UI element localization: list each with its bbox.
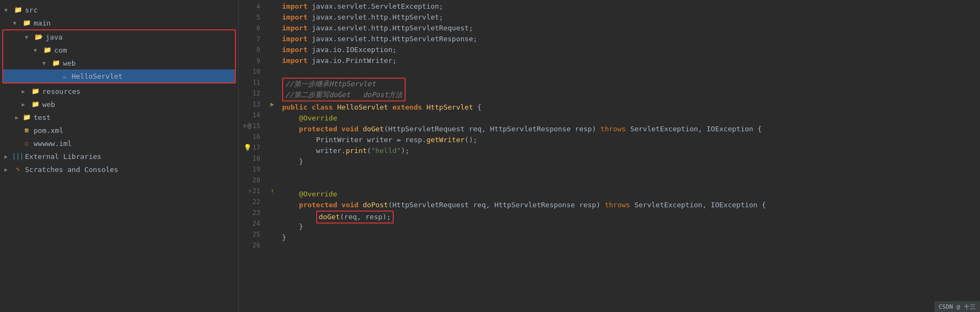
line-num-12: 12 (239, 88, 260, 99)
line-num-5: 5 (239, 12, 260, 23)
gutter-9 (265, 55, 280, 66)
iml-icon: ◻ (22, 138, 31, 148)
gutter-6 (265, 23, 280, 34)
code-line-13: public class HelloServlet extends HttpSe… (282, 102, 980, 113)
code-line-4: import javax.servlet.ServletException; (282, 1, 980, 12)
label-external-libs: External Libraries (25, 152, 101, 161)
gutter-11 (265, 77, 280, 88)
arrow-com: ▼ (34, 47, 42, 53)
line-num-7: 7 (239, 34, 260, 44)
gutter-13: ▶ (265, 99, 280, 110)
line-num-13: 13 (239, 99, 260, 110)
code-line-26 (282, 243, 980, 254)
gutter-24 (265, 218, 280, 229)
at-sign-14: @ (247, 120, 251, 131)
label-test: test (34, 113, 50, 122)
bulb-icon: 💡 (244, 142, 252, 153)
tree-item-resources[interactable]: ▶ 📁 resources (0, 85, 238, 98)
gutter-19 (265, 164, 280, 175)
code-line-23: doGet(req, resp); (282, 211, 980, 221)
code-line-19 (282, 167, 980, 178)
code-line-16: PrintWriter writer = resp.getWriter(); (282, 135, 980, 145)
tree-item-web-main[interactable]: ▶ 📁 web (0, 98, 238, 111)
code-line-12: //第二步重写doGet doPost方法 (285, 90, 402, 100)
code-line-6: import javax.servlet.http.HttpServletReq… (282, 23, 980, 34)
tree-item-src[interactable]: ▼ 📁 src (0, 3, 238, 16)
tree-item-pom[interactable]: ▶ m pom.xml (0, 124, 238, 137)
line-num-8: 8 (239, 44, 260, 55)
label-main: main (34, 19, 50, 27)
status-bar: CSDN @ 十三 (934, 301, 980, 312)
lib-icon: ||| (13, 151, 23, 161)
tree-item-com[interactable]: ▼ 📁 com (3, 43, 235, 56)
code-line-10 (282, 66, 980, 77)
label-src: src (25, 6, 37, 14)
gutter-15 (265, 120, 280, 131)
code-line-17: writer.print("helld"); (282, 145, 980, 156)
folder-icon-resources: 📁 (30, 86, 40, 96)
arrow-scratches: ▶ (4, 167, 13, 173)
gutter-12 (265, 88, 280, 99)
code-editor: 4 5 6 7 8 9 10 11 12 13 14 ⊙ @ 15 16 💡 1… (239, 0, 980, 312)
label-pom: pom.xml (34, 126, 63, 135)
arrow-test: ▶ (13, 114, 22, 120)
arrow-java: ▼ (25, 34, 34, 40)
label-web-java: web (63, 59, 75, 67)
code-line-25: } (282, 232, 980, 243)
tree-item-main[interactable]: ▼ 📁 main (0, 16, 238, 29)
gutter-17 (265, 142, 280, 153)
line-num-22: 22 (239, 196, 260, 207)
arrow-src: ▼ (4, 7, 13, 13)
tree-item-test[interactable]: ▶ 📁 test (0, 111, 238, 124)
run-up-icon: ↑ (248, 186, 252, 196)
folder-icon-main: 📁 (22, 18, 31, 28)
code-line-7: import javax.servlet.http.HttpServletRes… (282, 34, 980, 44)
label-java: java (46, 33, 62, 41)
line-num-24: 24 (239, 218, 260, 229)
arrow-web-main: ▶ (22, 101, 30, 107)
line-num-15: ⊙ @ 15 (239, 120, 260, 131)
line-num-11: 11 (239, 77, 260, 88)
line-num-17: 💡 17 (239, 142, 260, 153)
line-num-23: 23 (239, 207, 260, 218)
tree-item-web-java[interactable]: ▼ 📁 web (3, 56, 235, 69)
code-content[interactable]: import javax.servlet.ServletException; i… (280, 0, 980, 312)
gutter-16 (265, 131, 280, 142)
label-resources: resources (42, 87, 80, 95)
line-num-10: 10 (239, 66, 260, 77)
line-num-21: ↑ 21 (239, 186, 260, 196)
code-line-20 (282, 178, 980, 189)
tree-item-java[interactable]: ▼ 📂 java (3, 30, 235, 43)
folder-icon-java: 📂 (34, 32, 43, 42)
line-num-25: 25 (239, 229, 260, 240)
code-line-5: import javax.servlet.http.HttpServlet; (282, 12, 980, 23)
line-numbers: 4 5 6 7 8 9 10 11 12 13 14 ⊙ @ 15 16 💡 1… (239, 0, 265, 312)
label-scratches: Scratches and Consoles (25, 165, 118, 174)
arrow-main: ▼ (13, 20, 22, 26)
tree-item-helloservlet[interactable]: ☕ HelloServlet (3, 69, 235, 82)
gutter-7 (265, 34, 280, 44)
folder-icon-web-main: 📁 (30, 99, 40, 109)
xml-icon-pom: m (22, 125, 31, 135)
tree-item-external-libs[interactable]: ▶ ||| External Libraries (0, 150, 238, 163)
code-line-22: protected void doPost(HttpServletRequest… (282, 200, 980, 211)
gutter-27 (265, 251, 280, 262)
arrow-pom: ▶ (13, 128, 22, 133)
line-num-14: 14 (239, 110, 260, 120)
line-num-18: 18 (239, 153, 260, 164)
tree-item-iml[interactable]: ▶ ◻ wwwww.iml (0, 137, 238, 150)
folder-icon-test: 📁 (22, 112, 31, 122)
folder-icon-src: 📁 (13, 5, 23, 15)
code-line-9: import java.io.PrintWriter; (282, 55, 980, 66)
gutter-18 (265, 153, 280, 164)
label-helloservlet: HelloServlet (72, 72, 123, 80)
label-com: com (54, 46, 67, 54)
arrow-resources: ▶ (22, 88, 30, 94)
scratch-icon: ✎ (13, 164, 23, 174)
label-web-main: web (42, 100, 55, 109)
code-line-24: } (282, 221, 980, 232)
line-num-6: 6 (239, 23, 260, 34)
gutter-22 (265, 196, 280, 207)
tree-item-scratches[interactable]: ▶ ✎ Scratches and Consoles (0, 163, 238, 176)
line-num-19: 19 (239, 164, 260, 175)
